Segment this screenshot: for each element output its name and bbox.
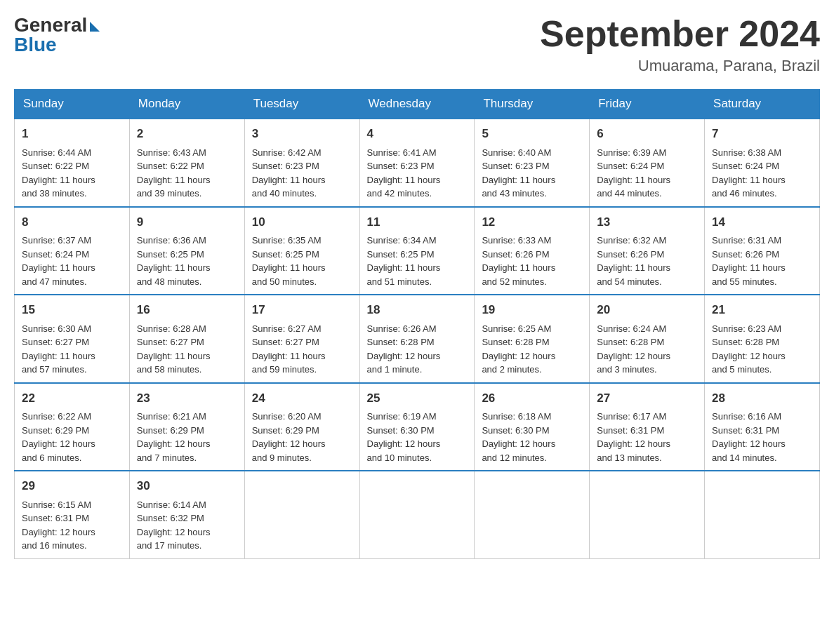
day-info-line: Daylight: 11 hours [22, 261, 122, 275]
calendar-cell [705, 471, 820, 558]
day-info-line: Daylight: 12 hours [137, 437, 237, 451]
day-info-line: Sunrise: 6:38 AM [712, 146, 812, 160]
day-info-line: Sunset: 6:25 PM [367, 248, 468, 262]
day-info-line: and 17 minutes. [137, 539, 237, 553]
day-info-line: Daylight: 11 hours [367, 261, 468, 275]
calendar-cell: 6Sunrise: 6:39 AMSunset: 6:24 PMDaylight… [590, 119, 705, 207]
day-info-line: Sunset: 6:26 PM [597, 248, 697, 262]
day-number: 11 [367, 213, 468, 232]
day-info-line: Sunrise: 6:39 AM [597, 146, 697, 160]
day-info-line: Sunrise: 6:22 AM [22, 410, 122, 424]
calendar-week-5: 29Sunrise: 6:15 AMSunset: 6:31 PMDayligh… [15, 471, 820, 558]
day-info-line: and 50 minutes. [252, 275, 352, 289]
day-info-line: Daylight: 12 hours [597, 349, 697, 363]
day-info-line: Daylight: 12 hours [22, 437, 122, 451]
day-info-line: Sunset: 6:28 PM [597, 335, 697, 349]
day-info-line: Daylight: 11 hours [482, 261, 582, 275]
day-info-line: Sunrise: 6:32 AM [597, 234, 697, 248]
day-info-line: Sunset: 6:28 PM [712, 335, 812, 349]
day-info-line: and 12 minutes. [482, 451, 582, 465]
day-info-line: Daylight: 12 hours [482, 349, 582, 363]
day-number: 3 [252, 125, 352, 143]
day-info-line: Daylight: 11 hours [597, 173, 697, 187]
day-info-line: Daylight: 11 hours [22, 349, 122, 363]
day-info-line: Sunset: 6:26 PM [482, 248, 582, 262]
day-info-line: Sunset: 6:29 PM [252, 424, 352, 438]
day-info-line: Sunset: 6:28 PM [482, 335, 582, 349]
calendar-cell: 14Sunrise: 6:31 AMSunset: 6:26 PMDayligh… [705, 207, 820, 295]
day-info-line: Sunset: 6:30 PM [482, 424, 582, 438]
day-info-line: and 57 minutes. [22, 363, 122, 377]
day-number: 26 [482, 389, 582, 408]
weekday-header-tuesday: Tuesday [244, 90, 359, 119]
day-info-line: Sunset: 6:24 PM [712, 159, 812, 173]
calendar-table: SundayMondayTuesdayWednesdayThursdayFrid… [14, 89, 820, 559]
day-info-line: Sunrise: 6:15 AM [22, 498, 122, 512]
day-info-line: and 51 minutes. [367, 275, 468, 289]
day-info-line: Sunset: 6:22 PM [22, 159, 122, 173]
calendar-cell: 10Sunrise: 6:35 AMSunset: 6:25 PMDayligh… [244, 207, 359, 295]
weekday-header-wednesday: Wednesday [359, 90, 475, 119]
weekday-header-friday: Friday [590, 90, 705, 119]
weekday-header-monday: Monday [129, 90, 244, 119]
day-info-line: Daylight: 11 hours [482, 173, 582, 187]
day-info-line: Sunset: 6:26 PM [712, 248, 812, 262]
day-number: 12 [482, 213, 582, 232]
day-info-line: Sunrise: 6:36 AM [137, 234, 237, 248]
day-info-line: and 44 minutes. [597, 187, 697, 201]
month-title: September 2024 [540, 14, 820, 54]
day-number: 15 [22, 301, 122, 319]
day-info-line: Sunrise: 6:43 AM [137, 146, 237, 160]
day-info-line: Sunrise: 6:28 AM [137, 322, 237, 336]
calendar-cell: 16Sunrise: 6:28 AMSunset: 6:27 PMDayligh… [129, 295, 244, 383]
day-info-line: and 6 minutes. [22, 451, 122, 465]
day-info-line: Daylight: 11 hours [252, 173, 352, 187]
day-number: 14 [712, 213, 812, 232]
day-info-line: and 54 minutes. [597, 275, 697, 289]
day-info-line: Sunrise: 6:18 AM [482, 410, 582, 424]
day-info-line: Daylight: 12 hours [367, 349, 468, 363]
day-info-line: and 39 minutes. [137, 187, 237, 201]
day-info-line: Sunrise: 6:31 AM [712, 234, 812, 248]
day-info-line: Sunrise: 6:44 AM [22, 146, 122, 160]
day-number: 4 [367, 125, 468, 143]
day-info-line: Daylight: 12 hours [22, 525, 122, 539]
calendar-cell: 29Sunrise: 6:15 AMSunset: 6:31 PMDayligh… [15, 471, 130, 558]
calendar-cell: 22Sunrise: 6:22 AMSunset: 6:29 PMDayligh… [15, 383, 130, 471]
day-number: 28 [712, 389, 812, 408]
day-number: 6 [597, 125, 697, 143]
day-info-line: Daylight: 12 hours [597, 437, 697, 451]
calendar-cell: 2Sunrise: 6:43 AMSunset: 6:22 PMDaylight… [129, 119, 244, 207]
day-info-line: and 46 minutes. [712, 187, 812, 201]
calendar-cell: 7Sunrise: 6:38 AMSunset: 6:24 PMDaylight… [705, 119, 820, 207]
day-info-line: and 40 minutes. [252, 187, 352, 201]
day-info-line: Sunrise: 6:14 AM [137, 498, 237, 512]
day-number: 16 [137, 301, 237, 319]
calendar-cell [475, 471, 590, 558]
day-info-line: and 10 minutes. [367, 451, 468, 465]
day-info-line: Sunrise: 6:27 AM [252, 322, 352, 336]
day-info-line: Sunset: 6:31 PM [22, 511, 122, 525]
day-number: 19 [482, 301, 582, 319]
calendar-cell: 24Sunrise: 6:20 AMSunset: 6:29 PMDayligh… [244, 383, 359, 471]
day-number: 24 [252, 389, 352, 408]
day-number: 25 [367, 389, 468, 408]
day-info-line: Daylight: 11 hours [252, 349, 352, 363]
calendar-cell: 4Sunrise: 6:41 AMSunset: 6:23 PMDaylight… [359, 119, 475, 207]
logo: General Blue [14, 14, 100, 56]
day-info-line: Sunrise: 6:37 AM [22, 234, 122, 248]
day-info-line: Sunset: 6:27 PM [252, 335, 352, 349]
calendar-week-3: 15Sunrise: 6:30 AMSunset: 6:27 PMDayligh… [15, 295, 820, 383]
day-info-line: Sunrise: 6:34 AM [367, 234, 468, 248]
day-info-line: Sunset: 6:31 PM [597, 424, 697, 438]
day-number: 8 [22, 213, 122, 232]
day-info-line: Daylight: 12 hours [712, 437, 812, 451]
logo-blue-text: Blue [14, 34, 57, 56]
calendar-cell: 25Sunrise: 6:19 AMSunset: 6:30 PMDayligh… [359, 383, 475, 471]
day-info-line: and 59 minutes. [252, 363, 352, 377]
day-info-line: and 55 minutes. [712, 275, 812, 289]
day-info-line: Sunrise: 6:17 AM [597, 410, 697, 424]
calendar-week-1: 1Sunrise: 6:44 AMSunset: 6:22 PMDaylight… [15, 119, 820, 207]
logo-arrow-icon [90, 22, 100, 32]
day-info-line: Sunrise: 6:35 AM [252, 234, 352, 248]
